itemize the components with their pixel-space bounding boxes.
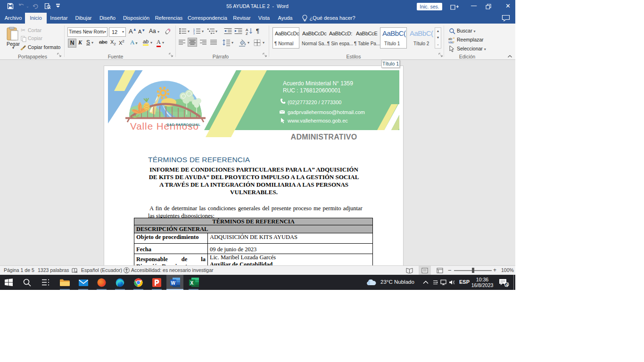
svg-text:www.vallehermoso.gob.ec: www.vallehermoso.gob.ec — [287, 118, 348, 123]
svg-text:3: 3 — [193, 32, 195, 35]
svg-text:Z: Z — [246, 32, 248, 35]
svg-text:(02)2773220 / 2773300: (02)2773220 / 2773300 — [288, 99, 341, 105]
svg-text:W: W — [171, 280, 176, 286]
svg-text:4: 4 — [506, 282, 508, 287]
svg-text:ab: ab — [448, 37, 452, 41]
svg-text:RUC : 1768120600001: RUC : 1768120600001 — [283, 87, 341, 94]
svg-text:GAD PARROQUIAL: GAD PARROQUIAL — [166, 123, 201, 127]
svg-text:gadprvallehermoso@hotmail.com: gadprvallehermoso@hotmail.com — [288, 109, 365, 115]
svg-text:Acuerdo Ministerial N° 1359: Acuerdo Ministerial N° 1359 — [283, 80, 353, 87]
svg-text:X: X — [190, 280, 194, 286]
